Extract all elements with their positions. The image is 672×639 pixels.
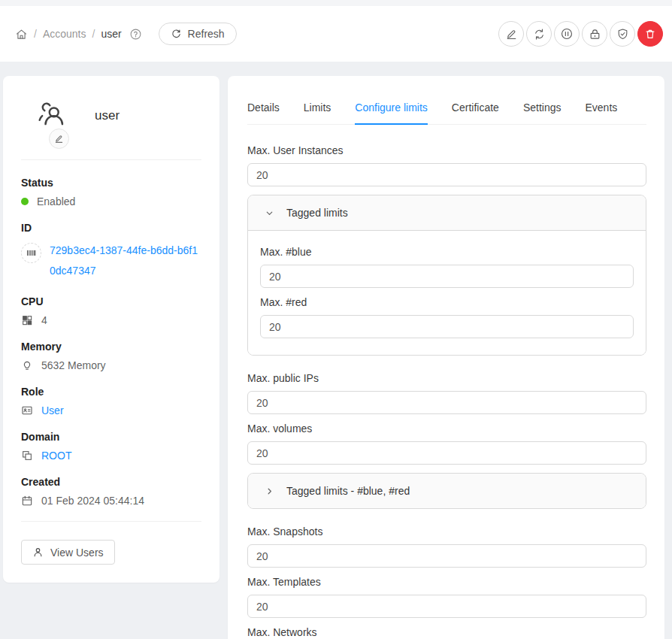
shield-check-icon [616, 28, 629, 41]
account-info-card: user Status Enabled ID 729b3ec4-138 [3, 76, 219, 583]
max-networks-label: Max. Networks [247, 626, 646, 638]
max-public-ips-field: Max. public IPs [247, 372, 646, 414]
chevron-right-icon [265, 486, 274, 496]
disable-account-button[interactable] [554, 21, 580, 47]
header-actions [498, 21, 663, 47]
breadcrumb-separator: / [34, 28, 37, 40]
edit-name-button[interactable] [49, 129, 69, 149]
update-resource-button[interactable] [526, 21, 552, 47]
domain-section: Domain ROOT [21, 431, 201, 462]
tab-bar: Details Limits Configure limits Certific… [247, 89, 646, 125]
created-value: 01 Feb 2024 05:44:14 [41, 495, 144, 507]
role-label: Role [21, 386, 201, 398]
account-profile: user [35, 98, 201, 149]
lock-icon [589, 28, 601, 41]
domain-label: Domain [21, 431, 201, 443]
max-public-ips-label: Max. public IPs [247, 372, 646, 384]
tagged-limits-panel-expanded: Tagged limits Max. #blue Max. #red [247, 195, 646, 356]
help-icon[interactable] [129, 28, 142, 41]
account-id-link[interactable]: 729b3ec4-1387-44fe-b6dd-b6f10dc47347 [50, 241, 200, 281]
created-label: Created [21, 476, 201, 488]
max-red-label: Max. #red [260, 296, 634, 308]
max-templates-field: Max. Templates [247, 576, 646, 618]
memory-section: Memory 5632 Memory [21, 341, 201, 371]
pencil-icon [54, 134, 64, 144]
max-snapshots-field: Max. Snapshots [247, 525, 646, 568]
tab-configure-limits[interactable]: Configure limits [355, 92, 427, 125]
edit-account-button[interactable] [498, 21, 524, 47]
verify-account-button[interactable] [610, 21, 635, 47]
appstore-grid-icon [21, 314, 33, 326]
tab-certificate[interactable]: Certificate [452, 92, 499, 125]
max-volumes-field: Max. volumes [247, 422, 646, 465]
tab-settings[interactable]: Settings [523, 92, 562, 125]
tagged-limits-expanded-title: Tagged limits [286, 207, 348, 219]
configure-limits-form: Max. User Instances Tagged limits Max. #… [247, 144, 646, 638]
breadcrumb-accounts[interactable]: Accounts [43, 28, 86, 40]
id-label: ID [21, 222, 201, 234]
status-dot-icon [21, 198, 29, 205]
role-section: Role User [21, 386, 201, 416]
tagged-limits-panel-collapsed: Tagged limits - #blue, #red [247, 473, 646, 509]
divider [21, 159, 201, 160]
trash-icon [644, 28, 656, 40]
status-section: Status Enabled [21, 177, 201, 207]
max-user-instances-field: Max. User Instances [247, 144, 646, 186]
status-label: Status [21, 177, 201, 189]
edit-pencil-icon [505, 28, 518, 41]
tab-details[interactable]: Details [247, 92, 280, 125]
app-header: / Accounts / user Refresh [0, 6, 672, 62]
chevron-down-icon [265, 208, 274, 218]
max-templates-label: Max. Templates [247, 576, 646, 588]
block-icon [21, 450, 33, 462]
sync-icon [533, 28, 546, 41]
tab-limits[interactable]: Limits [304, 92, 331, 125]
user-icon [32, 547, 44, 558]
delete-account-button[interactable] [637, 21, 663, 47]
refresh-button[interactable]: Refresh [159, 23, 237, 45]
home-icon[interactable] [15, 28, 28, 41]
id-section: ID 729b3ec4-1387-44fe-b6dd-b6f10dc47347 [21, 222, 201, 281]
max-templates-input[interactable] [247, 595, 646, 618]
max-red-field: Max. #red [260, 296, 634, 338]
max-blue-label: Max. #blue [260, 246, 634, 258]
max-red-input[interactable] [260, 315, 634, 338]
tab-events[interactable]: Events [585, 92, 617, 125]
breadcrumb-separator: / [92, 28, 95, 40]
max-volumes-input[interactable] [247, 441, 646, 465]
max-networks-field: Max. Networks [247, 626, 646, 638]
max-volumes-label: Max. volumes [247, 422, 646, 435]
view-users-button[interactable]: View Users [21, 540, 115, 565]
divider [21, 521, 201, 522]
breadcrumb-current: user [101, 28, 121, 40]
pause-circle-icon [560, 27, 574, 41]
calendar-icon [21, 495, 33, 507]
main-content: user Status Enabled ID 729b3ec4-138 [0, 62, 672, 639]
reload-icon [171, 29, 182, 40]
id-card-icon [21, 404, 33, 416]
max-blue-input[interactable] [260, 265, 634, 288]
view-users-label: View Users [50, 547, 104, 559]
created-section: Created 01 Feb 2024 05:44:14 [21, 476, 201, 507]
bulb-icon [21, 359, 33, 371]
max-public-ips-input[interactable] [247, 391, 646, 414]
team-icon [37, 98, 68, 130]
top-strip [0, 0, 672, 6]
max-snapshots-input[interactable] [247, 544, 646, 568]
memory-value: 5632 Memory [41, 359, 106, 371]
max-user-instances-label: Max. User Instances [247, 144, 646, 156]
account-name: user [95, 108, 120, 123]
role-link[interactable]: User [41, 404, 64, 416]
tagged-limits-expanded-header[interactable]: Tagged limits [248, 195, 646, 230]
cpu-section: CPU 4 [21, 295, 201, 326]
barcode-icon [21, 243, 41, 263]
max-user-instances-input[interactable] [247, 163, 646, 186]
status-value: Enabled [37, 195, 75, 207]
tagged-limits-collapsed-header[interactable]: Tagged limits - #blue, #red [248, 474, 646, 508]
breadcrumb: / Accounts / user Refresh [15, 23, 237, 45]
tagged-limits-expanded-body: Max. #blue Max. #red [248, 230, 646, 355]
lock-account-button[interactable] [582, 21, 607, 47]
refresh-label: Refresh [188, 28, 225, 40]
domain-link[interactable]: ROOT [41, 450, 71, 462]
max-snapshots-label: Max. Snapshots [247, 525, 646, 538]
